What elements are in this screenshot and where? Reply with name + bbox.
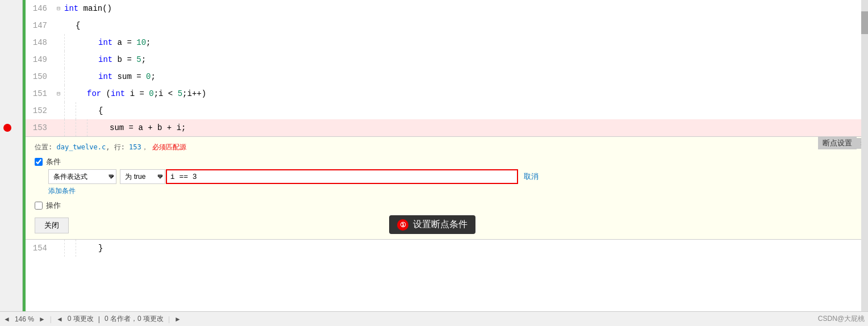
code-line-147: 147 {	[26, 17, 868, 34]
line-content-147: {	[76, 21, 868, 30]
condition-checkbox-label[interactable]: 条件	[35, 157, 61, 167]
code-line-150: 150 int sum = 0;	[26, 68, 868, 85]
line-num-147: 147	[26, 21, 54, 30]
breakpoint-dot-153[interactable]	[3, 124, 11, 132]
gutter-row-149	[0, 51, 22, 68]
fold-icon-150	[54, 72, 63, 81]
line-num-151: 151	[26, 89, 54, 98]
csdn-label: CSDN@大屁桃	[818, 314, 865, 324]
fold-icon-147	[54, 21, 63, 30]
changes-arrow-left-icon[interactable]: ◄	[56, 315, 63, 323]
location-label: 位置:	[35, 143, 52, 151]
keyword-int-149: int	[98, 55, 118, 64]
ident-main: main	[84, 4, 103, 13]
code-line-152: 152 {	[26, 102, 868, 119]
gutter-row-148	[0, 34, 22, 51]
condition-type-select[interactable]: 条件表达式 命中次数 筛选器	[48, 169, 116, 184]
gutter-row-154	[0, 294, 22, 311]
status-bar: ◄ 146 % ► | ◄ 0 项更改 | 0 名作者，0 项更改 | ► CS…	[0, 311, 868, 326]
editor-container: 146 ⊟ int main() 147 { 148 int a = 10;	[0, 0, 868, 311]
action-label-text: 操作	[46, 200, 61, 211]
line-content-149: int b = 5;	[98, 55, 868, 64]
fold-icon-153	[54, 123, 63, 132]
vertical-scrollbar[interactable]	[861, 0, 868, 311]
changes-info: 0 项更改	[68, 314, 94, 324]
status-sep-2: |	[98, 315, 100, 323]
code-line-153: 153 sum = a + b + i;	[26, 119, 868, 136]
zoom-arrow-right-icon[interactable]: ►	[39, 315, 45, 323]
zoom-arrow-left-icon[interactable]: ◄	[3, 315, 10, 323]
cancel-button[interactable]: 取消	[521, 172, 541, 182]
punct-brace-147: {	[76, 21, 80, 30]
scroll-arrow-right-icon[interactable]: ►	[174, 315, 181, 323]
keyword-int-150: int	[98, 72, 118, 81]
line-num-154: 154	[26, 244, 54, 253]
action-row: 操作	[35, 200, 859, 211]
close-panel-button[interactable]: 关闭	[35, 218, 69, 233]
keyword-int-148: int	[98, 38, 118, 47]
line-content-148: int a = 10;	[98, 38, 868, 47]
line-num-146: 146	[26, 4, 54, 13]
panel-location: 位置: day_twelve.c, 行: 153， 必须匹配源	[35, 143, 859, 152]
condition-row: 条件	[35, 157, 859, 167]
gutter-row-152	[0, 102, 22, 119]
line-content-150: int sum = 0;	[98, 72, 868, 81]
action-checkbox[interactable]	[35, 202, 43, 210]
status-sep-1: |	[50, 315, 52, 323]
line-num-150: 150	[26, 72, 54, 81]
fold-icon-152	[54, 106, 63, 115]
code-line-146: 146 ⊟ int main()	[26, 0, 868, 17]
authors-info: 0 名作者，0 项更改	[105, 314, 164, 324]
tooltip-badge: ①	[397, 219, 408, 231]
condition-checkbox[interactable]	[35, 158, 43, 166]
fold-icon-151[interactable]: ⊟	[54, 89, 63, 98]
status-sep-3: |	[168, 315, 170, 323]
gutter-row-150	[0, 68, 22, 85]
line-content-153: sum = a + b + i;	[110, 123, 868, 132]
zoom-level: 146 %	[15, 315, 34, 323]
condition-input-row: 条件表达式 命中次数 筛选器 ▼ 为 true 更改时 ▼ 取消	[48, 169, 859, 184]
gutter-row-153[interactable]	[0, 119, 22, 136]
condition-value-select[interactable]: 为 true 更改时	[120, 169, 165, 184]
code-line-149: 149 int b = 5;	[26, 51, 868, 68]
fold-icon-149	[54, 55, 63, 64]
condition-label-text: 条件	[46, 157, 61, 167]
breakpoint-panel: 断点设置 × 位置: day_twelve.c, 行: 153， 必须匹配源 条…	[26, 136, 868, 240]
gutter	[0, 0, 23, 311]
line-content-151: for (int i = 0;i < 5;i++)	[87, 89, 868, 98]
scrollbar-thumb[interactable]	[861, 11, 868, 34]
line-content-146: int main()	[64, 4, 868, 13]
line-num-153: 153	[26, 123, 54, 132]
location-lineno: 153	[125, 143, 141, 151]
tooltip-text: 设置断点条件	[413, 219, 468, 231]
condition-expr-input[interactable]	[166, 169, 518, 184]
action-checkbox-label[interactable]: 操作	[35, 200, 61, 211]
panel-title: 断点设置	[818, 137, 857, 149]
gutter-row-147	[0, 17, 22, 34]
punct-paren-146: ()	[102, 4, 112, 13]
location-must-match: 必须匹配源	[152, 143, 186, 151]
location-filename: day_twelve.c	[56, 143, 106, 151]
code-line-148: 148 int a = 10;	[26, 34, 868, 51]
location-comma2: ，	[141, 143, 148, 151]
fold-icon-146[interactable]: ⊟	[54, 4, 63, 13]
add-condition-link[interactable]: 添加条件	[48, 186, 859, 196]
keyword-int-146: int	[64, 4, 84, 13]
code-line-154: 154 }	[26, 240, 868, 257]
line-content-154: }	[98, 244, 868, 253]
fold-icon-148	[54, 38, 63, 47]
gutter-row-151	[0, 85, 22, 102]
line-content-152: {	[98, 106, 868, 115]
code-line-151: 151 ⊟ for (int i = 0;i < 5;i++)	[26, 85, 868, 102]
gutter-row-146	[0, 0, 22, 17]
location-line-label: 行:	[110, 143, 124, 151]
line-num-148: 148	[26, 38, 54, 47]
panel-header: 断点设置 ×	[818, 137, 868, 149]
fold-icon-154	[54, 244, 63, 253]
line-num-152: 152	[26, 106, 54, 115]
code-area: 146 ⊟ int main() 147 { 148 int a = 10;	[26, 0, 868, 311]
line-num-149: 149	[26, 55, 54, 64]
tooltip: ① 设置断点条件	[389, 215, 475, 234]
